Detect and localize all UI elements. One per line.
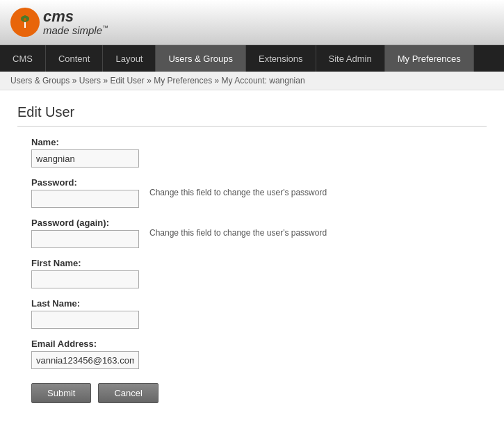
email-field: Email Address: [31, 339, 139, 369]
first-name-row: First Name: [31, 258, 487, 288]
name-label: Name: [31, 137, 139, 147]
button-row: Submit Cancel [31, 383, 487, 403]
edit-user-form: Name: Password: Change this field to cha… [17, 137, 487, 403]
password-again-row: Password (again): Change this field to c… [31, 218, 487, 248]
cancel-button[interactable]: Cancel [98, 383, 158, 403]
submit-button[interactable]: Submit [31, 383, 91, 403]
breadcrumb-my-preferences[interactable]: My Preferences [154, 76, 212, 85]
nav-item-users-groups[interactable]: Users & Groups [156, 45, 245, 72]
email-input[interactable] [31, 351, 139, 369]
page-title: Edit User [17, 104, 487, 127]
first-name-input[interactable] [31, 270, 139, 288]
password-again-label: Password (again): [31, 218, 139, 228]
email-row: Email Address: [31, 339, 487, 369]
nav-item-cms[interactable]: CMS [0, 45, 46, 72]
first-name-field: First Name: [31, 258, 139, 288]
main-nav: CMS Content Layout Users & Groups Extens… [0, 45, 504, 72]
last-name-row: Last Name: [31, 298, 487, 329]
nav-item-my-preferences[interactable]: My Preferences [385, 45, 474, 72]
password-again-field: Password (again): [31, 218, 139, 248]
logo-icon [10, 8, 40, 37]
nav-item-layout[interactable]: Layout [103, 45, 156, 72]
email-label: Email Address: [31, 339, 139, 349]
password-again-hint: Change this field to change the user's p… [149, 228, 327, 238]
last-name-label: Last Name: [31, 298, 139, 309]
logo-text: cms made simple™ [43, 8, 108, 37]
last-name-input[interactable] [31, 311, 139, 329]
svg-point-5 [24, 18, 26, 21]
header: cms made simple™ [0, 0, 504, 45]
password-field: Password: [31, 177, 139, 208]
breadcrumb: Users & Groups » Users » Edit User » My … [0, 72, 504, 90]
password-row: Password: Change this field to change th… [31, 177, 487, 208]
main-content: Edit User Name: Password: Change this fi… [0, 90, 504, 417]
last-name-field: Last Name: [31, 298, 139, 329]
name-row: Name: [31, 137, 487, 168]
nav-item-site-admin[interactable]: Site Admin [316, 45, 385, 72]
name-input[interactable] [31, 149, 139, 168]
breadcrumb-users-groups[interactable]: Users & Groups [10, 76, 70, 85]
password-label: Password: [31, 177, 139, 188]
password-hint: Change this field to change the user's p… [149, 188, 327, 197]
name-field: Name: [31, 137, 139, 168]
password-again-input[interactable] [31, 230, 139, 248]
breadcrumb-users[interactable]: Users [79, 76, 101, 85]
nav-item-content[interactable]: Content [46, 45, 104, 72]
breadcrumb-edit-user[interactable]: Edit User [110, 76, 144, 85]
password-input[interactable] [31, 190, 139, 208]
breadcrumb-current: My Account: wangnian [222, 76, 305, 85]
nav-item-extensions[interactable]: Extensions [246, 45, 316, 72]
logo: cms made simple™ [10, 8, 108, 37]
first-name-label: First Name: [31, 258, 139, 268]
